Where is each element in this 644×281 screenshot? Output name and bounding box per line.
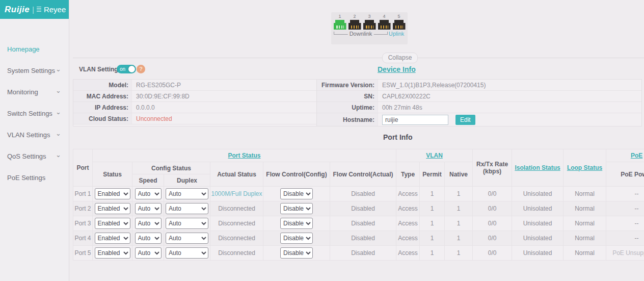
duplex-select[interactable]: Auto <box>166 247 208 259</box>
speed-select[interactable]: Auto <box>135 188 162 199</box>
loop-status-link[interactable]: Loop Status <box>567 164 602 171</box>
isolation-cell: Unisolated <box>512 187 564 201</box>
chevron-down-icon: ⌄ <box>56 87 61 94</box>
device-info-row: Cloud Status: Unconnected <box>73 113 316 124</box>
field-value: Unconnected <box>132 113 172 124</box>
port-cell: Port 5 <box>73 246 93 261</box>
header-fc-config: Flow Control(Config) <box>263 162 330 187</box>
sidebar-item-label: QoS Settings <box>7 152 46 160</box>
field-label: SN: <box>317 91 378 101</box>
sidebar-item[interactable]: Monitoring ⌄ <box>0 81 69 103</box>
port-indicator[interactable]: 1 <box>333 14 347 30</box>
permit-cell: 1 <box>420 187 445 201</box>
port-indicator[interactable]: 5 <box>392 14 406 30</box>
port-number: 2 <box>348 14 362 19</box>
port-cell: Port 1 <box>73 187 93 201</box>
status-select[interactable]: Enabled <box>95 203 130 214</box>
speed-select[interactable]: Auto <box>135 247 162 259</box>
logo-separator: | <box>32 6 34 14</box>
header-speed: Speed <box>132 174 164 187</box>
header-duplex: Duplex <box>164 174 210 187</box>
reyee-logo-text: Reyee <box>44 5 66 14</box>
rj45-port-icon <box>378 20 391 30</box>
sidebar-item[interactable]: QoS Settings ⌄ <box>0 145 69 167</box>
speed-select[interactable]: Auto <box>135 218 162 229</box>
hostname-field-wrap: Edit <box>378 113 475 126</box>
device-info-row: SN: CAPL62X00222C <box>317 91 641 102</box>
flow-control-actual-cell: Disabled <box>330 216 396 231</box>
sidebar-item[interactable]: VLAN Settings ⌄ <box>0 124 69 145</box>
port-cell: Port 3 <box>73 216 93 231</box>
native-cell: 1 <box>445 201 473 216</box>
duplex-select[interactable]: Auto <box>166 203 208 214</box>
isolation-status-link[interactable]: Isolation Status <box>515 164 560 171</box>
table-row: Port 3 Enabled Auto Auto Disconnected Di… <box>73 216 644 231</box>
flow-control-config-select[interactable]: Disabled <box>280 233 313 244</box>
rj45-port-icon <box>334 20 346 30</box>
actual-status-cell: 1000M/Full Duplex <box>210 187 263 201</box>
sidebar-item[interactable]: Homepage <box>0 38 69 60</box>
sidebar-item[interactable]: System Settings ⌄ <box>0 60 69 81</box>
header-status: Status <box>93 162 132 187</box>
field-value: CAPL62X00222C <box>378 91 431 101</box>
sidebar-item-label: Monitoring <box>7 88 38 96</box>
rj45-port-icon <box>393 20 406 30</box>
hostname-input[interactable] <box>382 115 448 125</box>
header-port: Port <box>73 149 93 187</box>
poe-power-cell: -- <box>606 201 644 216</box>
status-select[interactable]: Enabled <box>95 247 130 259</box>
vlan-link[interactable]: VLAN <box>426 152 443 159</box>
poe-link[interactable]: PoE <box>631 152 642 159</box>
isolation-cell: Unisolated <box>512 216 564 231</box>
port-diagram-labels: Downlink Uplink <box>331 32 408 37</box>
sidebar-item[interactable]: Switch Settings ⌄ <box>0 103 69 124</box>
flow-control-actual-cell: Disabled <box>330 231 396 246</box>
vlan-settings-toggle[interactable]: on <box>117 65 136 73</box>
duplex-select[interactable]: Auto <box>166 218 208 229</box>
table-row: Port 1 Enabled Auto Auto 1000M/Full Dupl… <box>73 187 644 201</box>
rj45-pins <box>351 25 359 29</box>
port-table-body: Port 1 Enabled Auto Auto 1000M/Full Dupl… <box>73 187 644 261</box>
device-info-title[interactable]: Device Info <box>378 65 416 73</box>
port-indicator[interactable]: 4 <box>378 14 391 30</box>
rate-cell: 0/0 <box>473 231 512 246</box>
device-info-row: Firmware Version: ESW_1.0(1)B1P3,Release… <box>317 80 641 91</box>
port-indicator[interactable]: 3 <box>363 14 377 30</box>
port-diagram: 1 2 3 4 5 Downlink <box>331 12 408 44</box>
flow-control-config-select[interactable]: Disabled <box>280 188 313 199</box>
port-info-title: Port Info <box>383 133 413 141</box>
field-label: IP Address: <box>73 102 132 113</box>
flow-control-config-select[interactable]: Disabled <box>280 247 313 259</box>
chevron-down-icon: ⌄ <box>56 65 61 73</box>
header-poe-power: PoE Power <box>606 162 644 187</box>
type-cell: Access <box>396 216 420 231</box>
help-icon[interactable]: ? <box>137 65 145 73</box>
flow-control-config-select[interactable]: Disabled <box>280 218 313 229</box>
port-indicator[interactable]: 2 <box>348 14 362 30</box>
status-select[interactable]: Enabled <box>95 233 130 244</box>
duplex-select[interactable]: Auto <box>166 188 208 199</box>
native-cell: 1 <box>445 187 473 201</box>
duplex-select[interactable]: Auto <box>166 233 208 244</box>
poe-power-cell: -- <box>606 231 644 246</box>
header-config-status: Config Status <box>132 162 210 174</box>
status-select[interactable]: Enabled <box>95 218 130 229</box>
speed-select[interactable]: Auto <box>135 203 162 214</box>
port-status-link[interactable]: Port Status <box>228 152 261 159</box>
flow-control-actual-cell: Disabled <box>330 201 396 216</box>
status-select[interactable]: Enabled <box>95 188 130 199</box>
edit-hostname-button[interactable]: Edit <box>455 115 475 125</box>
sidebar: Ruijie | Reyee Homepage System Settings … <box>0 0 69 281</box>
sidebar-item[interactable]: PoE Settings <box>0 167 69 188</box>
type-cell: Access <box>396 201 420 216</box>
device-info-row: Model: RG-ES205GC-P <box>73 80 316 91</box>
flow-control-config-select[interactable]: Disabled <box>280 203 313 214</box>
speed-select[interactable]: Auto <box>135 233 162 244</box>
field-label: MAC Address: <box>73 91 132 101</box>
isolation-cell: Unisolated <box>512 201 564 216</box>
reyee-cjk-mark-icon <box>37 7 41 13</box>
field-value: 00h 27min 48s <box>378 102 422 113</box>
collapse-button[interactable]: Collapse <box>382 53 418 63</box>
field-value: 0.0.0.0 <box>132 102 155 113</box>
port-cell: Port 4 <box>73 231 93 246</box>
